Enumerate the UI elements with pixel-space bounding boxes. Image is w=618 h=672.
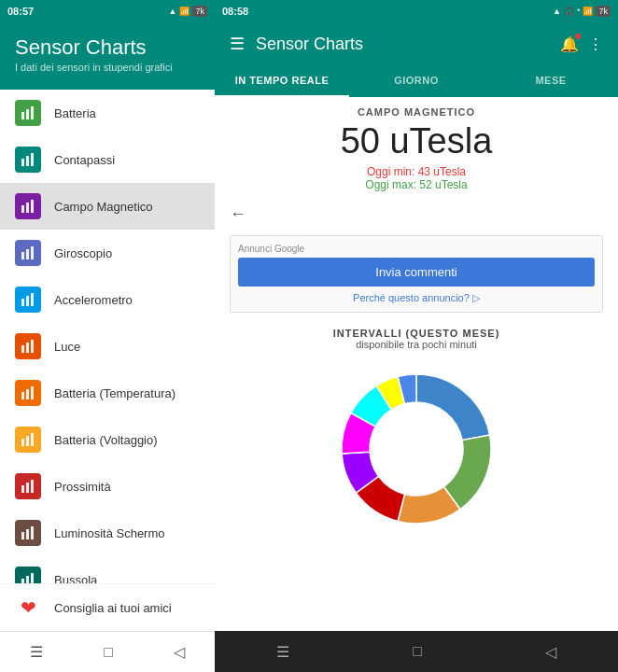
sensor-label-luminosita: Luminosità Schermo xyxy=(54,526,165,540)
right-header: ☰ Sensor Charts 🔔 ⋮ xyxy=(215,22,618,65)
ad-feedback-text: Perché questo annuncio? ▷ xyxy=(353,292,480,303)
tab-giorno[interactable]: GIORNO xyxy=(349,65,484,97)
sensor-icon-batteria xyxy=(15,100,41,126)
nav-home-left[interactable]: □ xyxy=(89,637,128,668)
nav-back-right[interactable]: ◁ xyxy=(530,636,571,668)
signal-left: 📶 xyxy=(179,7,190,16)
svg-rect-31 xyxy=(26,576,29,583)
svg-rect-5 xyxy=(31,153,34,166)
status-bar-right: 08:58 ▲ 🎧 * 📶 7k xyxy=(215,0,618,22)
sensor-icon-bussola xyxy=(15,567,41,583)
chart-title: INTERVALLI (QUESTO MESE) xyxy=(230,328,603,339)
svg-rect-20 xyxy=(31,386,34,399)
sidebar-item-prossimita[interactable]: Prossimità xyxy=(0,463,215,510)
sensor-label-prossimita: Prossimità xyxy=(54,480,111,494)
app-subtitle: I dati dei sensori in stupendi grafici xyxy=(15,62,200,73)
svg-rect-29 xyxy=(31,526,34,539)
svg-rect-9 xyxy=(21,252,24,259)
svg-rect-7 xyxy=(26,203,29,213)
sensor-label-bussola: Bussola xyxy=(54,573,97,584)
ad-block: Annunci Google Invia commenti Perché que… xyxy=(230,235,603,313)
sidebar-item-bussola[interactable]: Bussola xyxy=(0,556,215,583)
alert-icon-left: ▲ xyxy=(169,7,177,16)
tab-mese[interactable]: MESE xyxy=(484,65,618,97)
sensor-icon-giroscopio xyxy=(15,240,41,266)
sensor-label-campo-magnetico: Campo Magnetico xyxy=(54,200,153,214)
ad-feedback[interactable]: Perché questo annuncio? ▷ xyxy=(238,292,595,304)
sidebar-item-luce[interactable]: Luce xyxy=(0,323,215,370)
svg-rect-18 xyxy=(21,392,24,399)
svg-rect-12 xyxy=(21,299,24,306)
signal-right: 📶 xyxy=(583,7,593,16)
svg-rect-13 xyxy=(26,296,29,306)
sidebar-item-batteria-volt[interactable]: Batteria (Voltaggio) xyxy=(0,416,215,463)
heart-icon: ❤ xyxy=(15,595,41,621)
sensor-label-batteria-temp: Batteria (Temperatura) xyxy=(54,386,176,400)
nav-back-left[interactable]: ◁ xyxy=(159,636,200,668)
headphone-icon: 🎧 xyxy=(564,7,574,16)
notification-icon[interactable]: 🔔 xyxy=(560,35,579,53)
sensor-label-luce: Luce xyxy=(54,340,80,354)
sidebar-item-luminosita[interactable]: Luminosità Schermo xyxy=(0,510,215,556)
svg-rect-8 xyxy=(31,200,34,213)
alert-icon-right: ▲ xyxy=(553,7,561,16)
sidebar-item-contapassi[interactable]: Contapassi xyxy=(0,136,215,183)
svg-rect-14 xyxy=(31,293,34,306)
ad-button[interactable]: Invia commenti xyxy=(238,258,595,287)
sidebar-item-accelerometro[interactable]: Accelerometro xyxy=(0,276,215,323)
recommend-item[interactable]: ❤ Consiglia ai tuoi amici xyxy=(0,583,215,631)
campo-value: 50 uTesla xyxy=(230,121,603,161)
sensor-label-giroscopio: Giroscopio xyxy=(54,246,112,260)
sensor-label-accelerometro: Accelerometro xyxy=(54,293,133,307)
campo-title: CAMPO MAGNETICO xyxy=(230,106,603,118)
sidebar-item-giroscopio[interactable]: Giroscopio xyxy=(0,230,215,276)
hamburger-icon[interactable]: ☰ xyxy=(230,34,245,54)
notification-badge-dot xyxy=(575,34,581,39)
svg-rect-16 xyxy=(26,343,29,353)
svg-rect-6 xyxy=(21,205,24,213)
svg-rect-2 xyxy=(31,106,34,119)
sidebar-item-campo-magnetico[interactable]: Campo Magnetico xyxy=(0,183,215,230)
svg-rect-32 xyxy=(31,573,34,583)
nav-menu-left[interactable]: ☰ xyxy=(15,636,58,668)
right-header-left: ☰ Sensor Charts xyxy=(230,34,363,54)
svg-rect-11 xyxy=(31,246,34,259)
sidebar-item-batteria-temp[interactable]: Batteria (Temperatura) xyxy=(0,370,215,416)
svg-rect-22 xyxy=(26,436,29,446)
more-icon[interactable]: ⋮ xyxy=(588,35,603,53)
svg-rect-1 xyxy=(26,109,29,119)
sensor-icon-luce xyxy=(15,333,41,359)
chart-subtitle: disponibile tra pochi minuti xyxy=(230,339,603,350)
sensor-icon-luminosita xyxy=(15,520,41,546)
app-title-left: Sensor Charts xyxy=(15,35,200,60)
right-content: CAMPO MAGNETICO 50 uTesla Oggi min: 43 u… xyxy=(215,97,618,631)
status-icons-right: ▲ 🎧 * 📶 7k xyxy=(553,6,611,17)
back-arrow[interactable]: ← xyxy=(215,197,618,231)
status-bar-left: 08:57 ▲ 📶 7k xyxy=(0,0,215,22)
svg-rect-26 xyxy=(31,480,34,493)
sensor-icon-batteria-volt xyxy=(15,427,41,453)
nav-menu-right[interactable]: ☰ xyxy=(261,636,304,668)
svg-rect-27 xyxy=(21,532,24,539)
svg-rect-28 xyxy=(26,529,29,539)
donut-chart xyxy=(323,356,510,542)
left-panel: 08:57 ▲ 📶 7k Sensor Charts I dati dei se… xyxy=(0,0,215,672)
bt-icon: * xyxy=(577,7,581,16)
campo-min: Oggi min: 43 uTesla xyxy=(230,165,603,178)
svg-rect-0 xyxy=(21,112,24,119)
campo-max: Oggi max: 52 uTesla xyxy=(230,178,603,191)
svg-rect-3 xyxy=(21,159,24,166)
sensor-icon-prossimita xyxy=(15,473,41,499)
tab-realtime[interactable]: IN TEMPO REALE xyxy=(215,65,349,97)
bottom-nav-right: ☰ □ ◁ xyxy=(215,631,618,672)
sidebar-item-batteria[interactable]: Batteria xyxy=(0,90,215,136)
campo-header: CAMPO MAGNETICO 50 uTesla Oggi min: 43 u… xyxy=(215,97,618,197)
left-header: Sensor Charts I dati dei sensori in stup… xyxy=(0,22,215,90)
donut-svg xyxy=(323,356,510,542)
app-title-right: Sensor Charts xyxy=(256,35,363,54)
nav-home-right[interactable]: □ xyxy=(398,636,437,667)
battery-left: 7k xyxy=(192,6,207,17)
svg-rect-4 xyxy=(26,156,29,166)
svg-rect-21 xyxy=(21,439,24,446)
svg-rect-10 xyxy=(26,249,29,259)
